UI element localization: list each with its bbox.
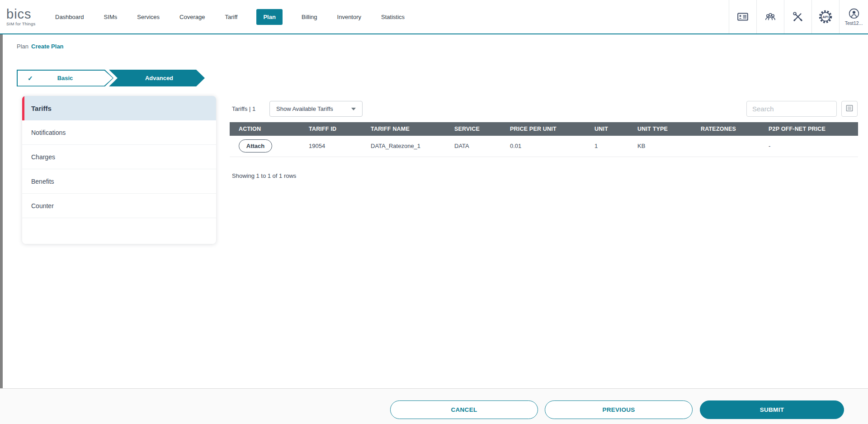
bics-logo: bics SIM for Things — [6, 8, 42, 26]
tariffs-count-label: Tariffs | 1 — [232, 105, 255, 112]
sidebar-item-label: Tariffs — [31, 105, 52, 112]
column-header-unit-type: UNIT TYPE — [628, 122, 692, 136]
cell-action: Attach — [230, 136, 300, 157]
nav-item-tariff[interactable]: Tariff — [224, 9, 238, 25]
brand-tagline: SIM for Things — [6, 22, 35, 26]
sidebar-item-counter[interactable]: Counter — [22, 194, 216, 218]
nav-item-dashboard[interactable]: Dashboard — [54, 9, 85, 25]
attach-button[interactable]: Attach — [239, 139, 272, 152]
profile-icon — [848, 8, 860, 20]
tools-button[interactable] — [784, 0, 811, 33]
breadcrumb-plan[interactable]: Plan — [17, 43, 28, 50]
tariff-filter-dropdown[interactable]: Show Available Tariffs — [269, 101, 363, 117]
nav-item-billing[interactable]: Billing — [301, 9, 318, 25]
table-row: Attach 19054 DATA_Ratezone_1 DATA 0.01 1… — [230, 136, 858, 157]
users-icon — [764, 11, 777, 23]
breadcrumb: Plan Create Plan — [17, 43, 64, 50]
cell-unit: 1 — [585, 136, 628, 157]
breadcrumb-create-plan: Create Plan — [31, 43, 64, 50]
cell-service: DATA — [445, 136, 501, 157]
top-header: bics SIM for Things Dashboard SIMs Servi… — [0, 0, 868, 34]
cell-tariff-id: 19054 — [300, 136, 362, 157]
cell-unit-type: KB — [628, 136, 692, 157]
search-input[interactable] — [746, 101, 837, 117]
plan-sections-sidebar: Tariffs Notifications Charges Benefits C… — [22, 96, 216, 244]
footer-action-bar: CANCEL PREVIOUS SUBMIT — [0, 388, 868, 424]
sidebar-item-tariffs[interactable]: Tariffs — [22, 96, 216, 120]
tools-icon — [792, 11, 804, 23]
cancel-button[interactable]: CANCEL — [390, 400, 538, 419]
contact-card-icon — [737, 11, 749, 23]
contacts-button[interactable] — [729, 0, 756, 33]
column-header-ratezones: RATEZONES — [692, 122, 760, 136]
tariff-filter-value: Show Available Tariffs — [276, 105, 333, 112]
main-nav: Dashboard SIMs Services Coverage Tariff … — [54, 9, 406, 25]
cell-tariff-name: DATA_Ratezone_1 — [362, 136, 445, 157]
sidebar-item-label: Notifications — [31, 129, 66, 136]
nav-item-coverage[interactable]: Coverage — [179, 9, 206, 25]
api-button[interactable]: API — [811, 0, 839, 33]
left-rail — [0, 34, 3, 424]
cell-price-per-unit: 0.01 — [501, 136, 585, 157]
brand-name: bics — [6, 8, 32, 21]
nav-item-sims[interactable]: SIMs — [103, 9, 118, 25]
cell-p2p-off-net-price: - — [760, 136, 858, 157]
users-button[interactable] — [756, 0, 784, 33]
cell-ratezones — [692, 136, 760, 157]
column-header-tariff-id: TARIFF ID — [300, 122, 362, 136]
columns-toggle-button[interactable] — [841, 101, 858, 117]
sidebar-item-label: Benefits — [31, 178, 54, 185]
table-summary: Showing 1 to 1 of 1 rows — [232, 172, 296, 179]
profile-username: Test12... — [845, 20, 863, 26]
step-advanced-label: Advanced — [109, 70, 205, 86]
column-header-action: ACTION — [230, 122, 300, 136]
wizard-steps: ✓ Basic Advanced — [17, 70, 205, 86]
chevron-down-icon — [351, 108, 356, 110]
submit-button[interactable]: SUBMIT — [700, 400, 844, 419]
table-header-row: ACTION TARIFF ID TARIFF NAME SERVICE PRI… — [230, 122, 858, 136]
sidebar-item-notifications[interactable]: Notifications — [22, 120, 216, 145]
column-header-tariff-name: TARIFF NAME — [362, 122, 445, 136]
column-header-unit: UNIT — [585, 122, 628, 136]
header-tools: API Test12... — [729, 0, 868, 33]
column-header-p2p-off-net-price: P2P OFF-NET PRICE — [760, 122, 858, 136]
nav-item-services[interactable]: Services — [136, 9, 160, 25]
profile-button[interactable]: Test12... — [839, 0, 868, 33]
step-basic-label: Basic — [17, 70, 113, 86]
svg-text:API: API — [822, 15, 828, 19]
step-advanced[interactable]: Advanced — [109, 70, 205, 86]
sidebar-item-label: Counter — [31, 202, 54, 210]
previous-button[interactable]: PREVIOUS — [545, 400, 693, 419]
list-icon — [845, 104, 854, 114]
tariffs-table: ACTION TARIFF ID TARIFF NAME SERVICE PRI… — [230, 122, 858, 157]
nav-item-inventory[interactable]: Inventory — [336, 9, 362, 25]
sidebar-item-benefits[interactable]: Benefits — [22, 169, 216, 194]
sidebar-item-label: Charges — [31, 153, 55, 161]
nav-item-statistics[interactable]: Statistics — [380, 9, 406, 25]
nav-item-plan[interactable]: Plan — [256, 9, 282, 25]
sidebar-item-charges[interactable]: Charges — [22, 145, 216, 169]
step-basic[interactable]: ✓ Basic — [17, 70, 113, 86]
column-header-price-per-unit: PRICE PER UNIT — [501, 122, 585, 136]
api-gear-icon: API — [818, 10, 833, 24]
column-header-service: SERVICE — [445, 122, 501, 136]
